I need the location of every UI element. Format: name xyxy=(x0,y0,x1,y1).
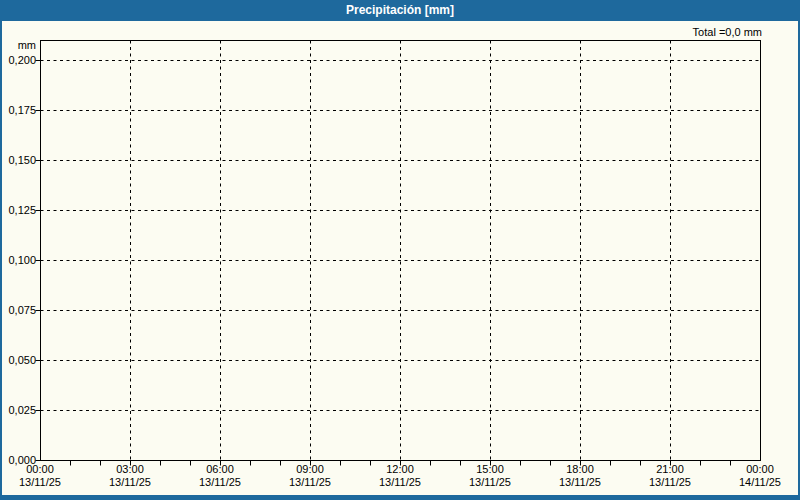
chart-window: { "header": { "title": "Precipitación [m… xyxy=(0,0,800,500)
chart-title: Precipitación [mm] xyxy=(346,3,454,17)
chart-content-panel xyxy=(2,21,798,495)
chart-title-bar: Precipitación [mm] xyxy=(0,0,800,21)
